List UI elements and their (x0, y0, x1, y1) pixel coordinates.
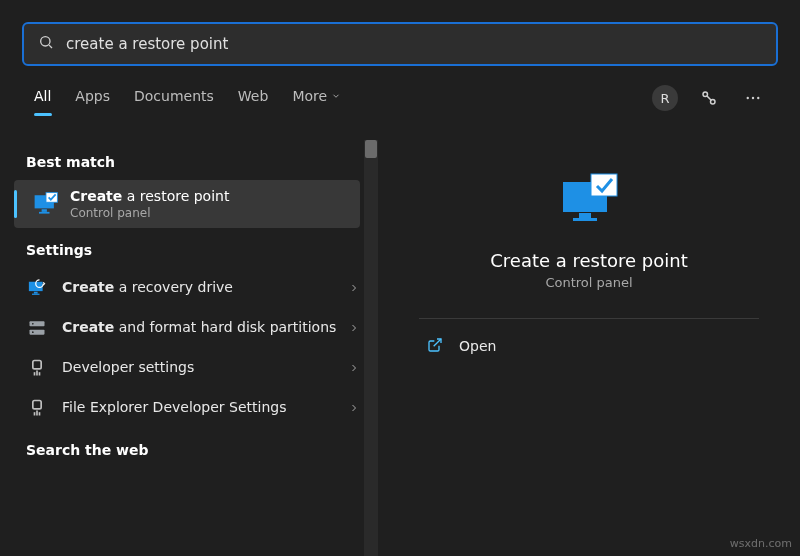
recovery-drive-icon (26, 277, 48, 299)
search-icon (38, 34, 54, 54)
settings-item-recovery-drive[interactable]: Create a recovery drive (0, 268, 378, 308)
svg-rect-28 (573, 218, 597, 221)
tab-web[interactable]: Web (238, 82, 269, 114)
best-match-title: Create a restore point (70, 188, 229, 204)
results-body: Best match Create a restore point Contro… (0, 140, 800, 556)
detail-pane: Create a restore point Control panel Ope… (378, 140, 800, 556)
filter-tabs: All Apps Documents Web More R (0, 76, 800, 114)
connector-icon[interactable] (696, 85, 722, 111)
tab-more[interactable]: More (292, 82, 341, 114)
results-list: Best match Create a restore point Contro… (0, 140, 378, 556)
svg-line-1 (49, 45, 52, 48)
best-match-item[interactable]: Create a restore point Control panel (14, 180, 360, 228)
svg-rect-9 (39, 212, 50, 214)
search-input[interactable] (66, 35, 762, 53)
chevron-right-icon (348, 319, 360, 338)
developer-icon (26, 357, 48, 379)
tab-all[interactable]: All (34, 82, 51, 114)
svg-rect-14 (30, 321, 45, 326)
settings-item-disk-partitions[interactable]: Create and format hard disk partitions (0, 308, 378, 348)
svg-point-5 (752, 97, 754, 99)
svg-rect-22 (33, 401, 41, 409)
open-action[interactable]: Open (419, 323, 759, 369)
svg-rect-29 (591, 174, 617, 196)
search-bar-wrap (0, 0, 800, 76)
chevron-right-icon (348, 399, 360, 418)
settings-item-developer[interactable]: Developer settings (0, 348, 378, 388)
chevron-down-icon (331, 88, 341, 104)
svg-point-6 (757, 97, 759, 99)
open-external-icon (427, 337, 445, 355)
svg-point-17 (32, 331, 34, 333)
svg-rect-8 (42, 209, 47, 212)
monitor-restore-icon-large (557, 168, 621, 232)
search-box[interactable] (22, 22, 778, 66)
tab-apps[interactable]: Apps (75, 82, 110, 114)
settings-header: Settings (0, 228, 378, 268)
svg-rect-13 (32, 294, 40, 295)
detail-subtitle: Control panel (545, 275, 632, 290)
detail-title: Create a restore point (490, 250, 688, 271)
disk-partition-icon (26, 317, 48, 339)
svg-line-30 (434, 339, 441, 346)
best-match-subtitle: Control panel (70, 206, 229, 220)
tab-documents[interactable]: Documents (134, 82, 214, 114)
open-label: Open (459, 338, 496, 354)
svg-rect-27 (579, 213, 591, 218)
svg-point-16 (32, 323, 34, 325)
monitor-restore-icon (32, 190, 60, 218)
user-avatar[interactable]: R (652, 85, 678, 111)
svg-rect-18 (33, 361, 41, 369)
search-window: All Apps Documents Web More R Best match (0, 0, 800, 556)
more-options-icon[interactable] (740, 85, 766, 111)
scrollbar-thumb[interactable] (365, 140, 377, 158)
chevron-right-icon (348, 279, 360, 298)
watermark: wsxdn.com (730, 537, 792, 550)
settings-item-file-explorer-dev[interactable]: File Explorer Developer Settings (0, 388, 378, 428)
svg-point-4 (747, 97, 749, 99)
best-match-header: Best match (0, 140, 378, 180)
svg-rect-15 (30, 330, 45, 335)
chevron-right-icon (348, 359, 360, 378)
divider (419, 318, 759, 319)
search-web-header: Search the web (0, 428, 378, 468)
svg-point-0 (41, 37, 50, 46)
svg-rect-12 (34, 292, 38, 294)
developer-icon (26, 397, 48, 419)
